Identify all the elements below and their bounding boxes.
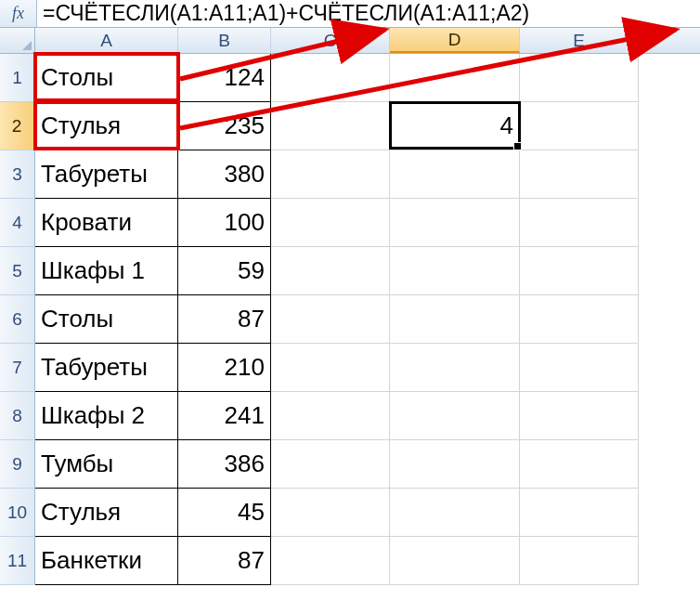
cell-d2[interactable]: 4 bbox=[390, 102, 520, 150]
col-header-e[interactable]: E bbox=[520, 28, 639, 53]
cell-c11[interactable] bbox=[271, 537, 390, 585]
cell-b11[interactable]: 87 bbox=[178, 537, 271, 585]
cell-a1[interactable]: Столы bbox=[35, 54, 178, 102]
cell-e11[interactable] bbox=[520, 537, 639, 585]
cell-d5[interactable] bbox=[390, 247, 520, 295]
select-all-corner[interactable] bbox=[0, 28, 35, 54]
cell-e3[interactable] bbox=[520, 150, 639, 199]
cell-e2[interactable] bbox=[520, 102, 639, 150]
cell-e7[interactable] bbox=[520, 344, 639, 392]
row-header-7[interactable]: 7 bbox=[0, 344, 35, 392]
formula-input[interactable] bbox=[37, 0, 700, 27]
cell-a5[interactable]: Шкафы 1 bbox=[35, 247, 178, 295]
cell-c2[interactable] bbox=[271, 102, 390, 150]
cell-e9[interactable] bbox=[520, 440, 639, 489]
cell-a8[interactable]: Шкафы 2 bbox=[35, 392, 178, 440]
cell-d11[interactable] bbox=[390, 537, 520, 585]
cell-e4[interactable] bbox=[520, 199, 639, 247]
cell-e10[interactable] bbox=[520, 489, 639, 537]
cell-c7[interactable] bbox=[271, 344, 390, 392]
cell-a4[interactable]: Кровати bbox=[35, 199, 178, 247]
cell-b4[interactable]: 100 bbox=[178, 199, 271, 247]
cell-b7[interactable]: 210 bbox=[178, 344, 271, 392]
cell-c9[interactable] bbox=[271, 440, 390, 489]
row-header-5[interactable]: 5 bbox=[0, 247, 35, 295]
col-header-a[interactable]: A bbox=[35, 28, 178, 53]
cell-a6[interactable]: Столы bbox=[35, 295, 178, 344]
cell-b2[interactable]: 235 bbox=[178, 102, 271, 150]
row-header-4[interactable]: 4 bbox=[0, 199, 35, 247]
col-header-d[interactable]: D bbox=[390, 28, 520, 53]
cell-b5[interactable]: 59 bbox=[178, 247, 271, 295]
cell-b10[interactable]: 45 bbox=[178, 489, 271, 537]
cell-a11[interactable]: Банкетки bbox=[35, 537, 178, 585]
cell-a9[interactable]: Тумбы bbox=[35, 440, 178, 489]
column-headers: A B C D E bbox=[35, 28, 700, 54]
cell-b1[interactable]: 124 bbox=[178, 54, 271, 102]
row-header-8[interactable]: 8 bbox=[0, 392, 35, 440]
row-header-6[interactable]: 6 bbox=[0, 295, 35, 344]
col-header-b[interactable]: B bbox=[178, 28, 271, 53]
cell-c6[interactable] bbox=[271, 295, 390, 344]
cell-d8[interactable] bbox=[390, 392, 520, 440]
formula-bar: fx bbox=[0, 0, 700, 28]
cell-d10[interactable] bbox=[390, 489, 520, 537]
cell-a7[interactable]: Табуреты bbox=[35, 344, 178, 392]
cell-c4[interactable] bbox=[271, 199, 390, 247]
cell-c10[interactable] bbox=[271, 489, 390, 537]
cell-a3[interactable]: Табуреты bbox=[35, 150, 178, 199]
cell-d7[interactable] bbox=[390, 344, 520, 392]
fx-button[interactable]: fx bbox=[0, 0, 37, 27]
cell-d6[interactable] bbox=[390, 295, 520, 344]
cell-b9[interactable]: 386 bbox=[178, 440, 271, 489]
row-header-2[interactable]: 2 bbox=[0, 102, 35, 150]
cell-e5[interactable] bbox=[520, 247, 639, 295]
row-headers: 1 2 3 4 5 6 7 8 9 10 11 bbox=[0, 54, 35, 585]
col-header-c[interactable]: C bbox=[271, 28, 390, 53]
row-header-10[interactable]: 10 bbox=[0, 489, 35, 537]
cell-d9[interactable] bbox=[390, 440, 520, 489]
cell-e1[interactable] bbox=[520, 54, 639, 102]
row-header-9[interactable]: 9 bbox=[0, 440, 35, 489]
cell-d4[interactable] bbox=[390, 199, 520, 247]
cell-d3[interactable] bbox=[390, 150, 520, 199]
cell-b3[interactable]: 380 bbox=[178, 150, 271, 199]
row-header-1[interactable]: 1 bbox=[0, 54, 35, 102]
row-header-11[interactable]: 11 bbox=[0, 537, 35, 585]
cell-a2[interactable]: Стулья bbox=[35, 102, 178, 150]
cell-a10[interactable]: Стулья bbox=[35, 489, 178, 537]
cell-c3[interactable] bbox=[271, 150, 390, 199]
cell-e8[interactable] bbox=[520, 392, 639, 440]
cells-area[interactable]: Столы 124 Стулья 235 4 Табуреты 380 Кров… bbox=[35, 54, 639, 585]
row-header-3[interactable]: 3 bbox=[0, 150, 35, 199]
cell-d1[interactable] bbox=[390, 54, 520, 102]
cell-c1[interactable] bbox=[271, 54, 390, 102]
cell-b6[interactable]: 87 bbox=[178, 295, 271, 344]
cell-c8[interactable] bbox=[271, 392, 390, 440]
cell-b8[interactable]: 241 bbox=[178, 392, 271, 440]
cell-e6[interactable] bbox=[520, 295, 639, 344]
cell-c5[interactable] bbox=[271, 247, 390, 295]
